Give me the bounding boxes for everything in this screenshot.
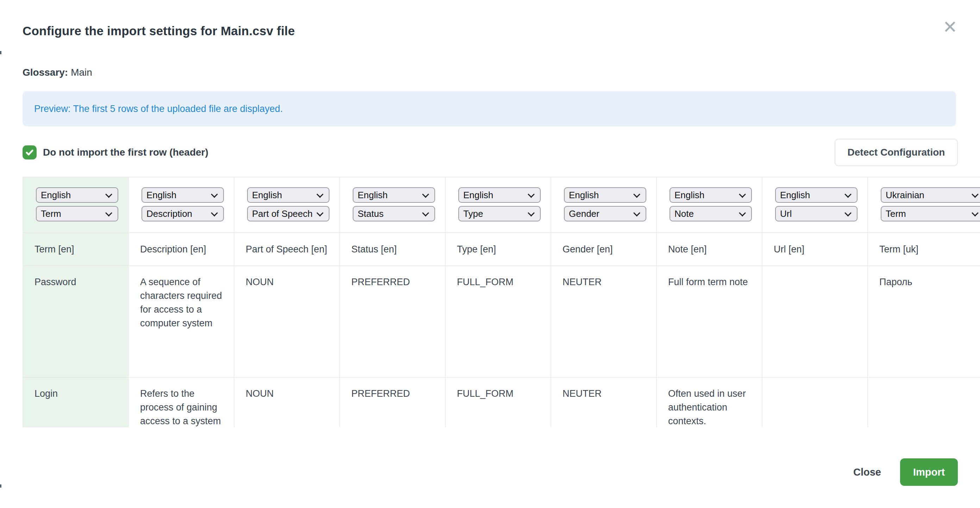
table-cell: FULL_FORM <box>445 266 551 377</box>
table-cell: FULL_FORM <box>445 377 551 427</box>
mapping-cell: EnglishTerm <box>23 177 129 233</box>
select-wrapper: Ukrainian <box>881 187 980 203</box>
column-header-cell: Term [uk] <box>868 233 980 266</box>
select-wrapper: Url <box>775 206 858 221</box>
field-select[interactable]: Description <box>142 206 224 221</box>
skip-header-checkbox[interactable] <box>22 145 37 159</box>
select-wrapper: English <box>36 187 118 203</box>
field-select[interactable]: Url <box>775 206 858 221</box>
mapping-cell: EnglishNote <box>657 177 762 233</box>
mapping-cell: EnglishUrl <box>762 177 868 233</box>
column-header-cell: Part of Speech [en] <box>234 233 340 266</box>
field-select[interactable]: Part of Speech <box>247 206 329 221</box>
table-cell: Password <box>23 266 129 377</box>
language-select[interactable]: Ukrainian <box>881 187 980 203</box>
table-row: LoginRefers to the process of gaining ac… <box>23 377 980 427</box>
table-row: PasswordA sequence of characters require… <box>23 266 980 377</box>
close-icon[interactable]: ✕ <box>943 18 958 36</box>
table-cell: Full form term note <box>657 266 762 377</box>
field-select[interactable]: Gender <box>564 206 646 221</box>
table-cell: Login <box>23 377 129 427</box>
column-header-cell: Term [en] <box>23 233 129 266</box>
mapping-cell: EnglishDescription <box>129 177 234 233</box>
language-select[interactable]: English <box>670 187 752 203</box>
table-cell: PREFERRED <box>340 266 445 377</box>
page-title: Configure the import settings for Main.c… <box>22 24 295 38</box>
language-select[interactable]: English <box>775 187 858 203</box>
field-select[interactable]: Type <box>458 206 541 221</box>
select-wrapper: English <box>458 187 541 203</box>
modal-footer: Close Import <box>853 459 958 486</box>
mapping-cell: UkrainianTerm <box>868 177 980 233</box>
detect-configuration-button[interactable]: Detect Configuration <box>835 139 958 166</box>
table-cell: Often used in user authentication contex… <box>657 377 762 427</box>
field-select[interactable]: Note <box>670 206 752 221</box>
import-settings-modal: Configure the import settings for Main.c… <box>0 0 980 508</box>
mapping-cell: EnglishPart of Speech <box>234 177 340 233</box>
table-cell: Пароль <box>868 266 980 377</box>
language-select[interactable]: English <box>142 187 224 203</box>
close-button[interactable]: Close <box>853 467 881 478</box>
controls-row: Do not import the first row (header) Det… <box>22 139 958 166</box>
select-wrapper: English <box>670 187 752 203</box>
column-header-cell: Type [en] <box>445 233 551 266</box>
table-cell: A sequence of characters required for ac… <box>129 266 234 377</box>
language-select[interactable]: English <box>564 187 646 203</box>
language-select[interactable]: English <box>353 187 435 203</box>
preview-notice-banner: Preview: The first 5 rows of the uploade… <box>22 91 956 126</box>
preview-table-container: EnglishTermEnglishDescriptionEnglishPart… <box>22 177 980 427</box>
language-select[interactable]: English <box>458 187 541 203</box>
table-cell: NOUN <box>234 377 340 427</box>
table-cell: PREFERRED <box>340 377 445 427</box>
column-header-cell: Note [en] <box>657 233 762 266</box>
table-cell: NOUN <box>234 266 340 377</box>
select-wrapper: Type <box>458 206 541 221</box>
mapping-cell: EnglishGender <box>551 177 657 233</box>
select-wrapper: Term <box>36 206 118 221</box>
glossary-value: Main <box>71 67 92 78</box>
table-cell <box>762 266 868 377</box>
preview-notice-text: Preview: The first 5 rows of the uploade… <box>34 104 283 115</box>
language-select[interactable]: English <box>247 187 329 203</box>
page-edge-artifact <box>0 484 2 487</box>
select-wrapper: English <box>142 187 224 203</box>
select-wrapper: English <box>775 187 858 203</box>
column-header-cell: Description [en] <box>129 233 234 266</box>
column-header-cell: Gender [en] <box>551 233 657 266</box>
table-cell <box>762 377 868 427</box>
select-wrapper: Description <box>142 206 224 221</box>
select-wrapper: English <box>564 187 646 203</box>
glossary-line: Glossary:Main <box>22 67 92 78</box>
header-checkbox-row: Do not import the first row (header) <box>22 145 208 159</box>
skip-header-checkbox-label: Do not import the first row (header) <box>43 147 208 158</box>
select-wrapper: Gender <box>564 206 646 221</box>
table-cell <box>868 377 980 427</box>
field-select[interactable]: Term <box>36 206 118 221</box>
language-select[interactable]: English <box>36 187 118 203</box>
select-wrapper: Status <box>353 206 435 221</box>
page-edge-artifact <box>0 51 2 54</box>
field-select[interactable]: Term <box>881 206 980 221</box>
column-header-cell: Url [en] <box>762 233 868 266</box>
table-header-row: Term [en]Description [en]Part of Speech … <box>23 233 980 266</box>
select-wrapper: Note <box>670 206 752 221</box>
field-select[interactable]: Status <box>353 206 435 221</box>
table-cell: NEUTER <box>551 266 657 377</box>
table-cell: Refers to the process of gaining access … <box>129 377 234 427</box>
select-wrapper: English <box>353 187 435 203</box>
table-cell: NEUTER <box>551 377 657 427</box>
select-wrapper: English <box>247 187 329 203</box>
column-mapping-row: EnglishTermEnglishDescriptionEnglishPart… <box>23 177 980 233</box>
check-icon <box>25 148 34 157</box>
select-wrapper: Term <box>881 206 980 221</box>
column-header-cell: Status [en] <box>340 233 445 266</box>
preview-table: EnglishTermEnglishDescriptionEnglishPart… <box>22 177 980 427</box>
mapping-cell: EnglishType <box>445 177 551 233</box>
import-button[interactable]: Import <box>900 459 958 486</box>
glossary-label: Glossary: <box>22 67 68 78</box>
mapping-cell: EnglishStatus <box>340 177 445 233</box>
select-wrapper: Part of Speech <box>247 206 329 221</box>
